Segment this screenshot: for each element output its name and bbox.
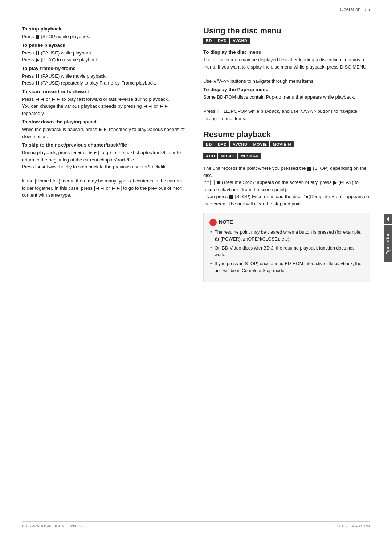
disc-menu-title: Using the disc menu bbox=[203, 26, 370, 36]
section-body-frame: Press (PAUSE) while movie playback. Pres… bbox=[22, 73, 189, 87]
section-body-pause: Press (PAUSE) while playback. Press (PLA… bbox=[22, 49, 189, 63]
play-icon bbox=[36, 58, 39, 62]
badge-movie-n: MOVIE-N bbox=[270, 141, 294, 147]
stop-icon-2 bbox=[307, 167, 311, 171]
display-disc-menu-body: The menu screen may be displayed first a… bbox=[203, 56, 370, 85]
pause-icon-2 bbox=[36, 74, 39, 78]
section-body-stop: Press (STOP) while playback. bbox=[22, 33, 189, 40]
resume-badges-row1: BD DVD AVCHD MOVIE MOVIE-N bbox=[203, 141, 370, 147]
stop-icon-3 bbox=[217, 181, 220, 184]
disc-menu-section: Using the disc menu BD DVD AVCHD To disp… bbox=[203, 26, 370, 122]
content-area: To stop playback Press (STOP) while play… bbox=[0, 15, 392, 293]
side-tab-number: 4 bbox=[384, 214, 392, 224]
pause-icon bbox=[36, 51, 39, 55]
resume-playback-section: Resume playback BD DVD AVCHD MOVIE MOVIE… bbox=[203, 130, 370, 207]
note-title: ! NOTE bbox=[209, 218, 364, 226]
display-popup-menu-section: To display the Pop-up menu Some BD-ROM d… bbox=[203, 87, 370, 122]
section-pause-playback: To pause playback Press (PAUSE) while pl… bbox=[22, 42, 189, 63]
badge-bd: BD bbox=[203, 38, 215, 44]
note-item-2: On BD-Video discs with BD-J, the resume … bbox=[209, 245, 364, 259]
note-icon: ! bbox=[209, 219, 217, 226]
note-label: NOTE bbox=[219, 218, 233, 226]
section-title-skip: To skip to the next/previous chapter/tra… bbox=[22, 142, 189, 148]
section-body-scan: Press ◄◄ or ►► to play fast forward or f… bbox=[22, 96, 189, 117]
stop-icon bbox=[36, 35, 39, 39]
section-frame-by-frame: To play frame-by-frame Press (PAUSE) whi… bbox=[22, 66, 189, 87]
badge-dvd-2: DVD bbox=[215, 141, 229, 147]
page-header: Operation 35 bbox=[0, 0, 392, 15]
resume-badges-row2: ACD MUSIC MUSIC-N bbox=[203, 153, 370, 159]
section-body-slow: While the playback is paused, press ►► r… bbox=[22, 126, 189, 140]
display-disc-menu-title: To display the disc menu bbox=[203, 49, 370, 55]
page-wrapper: Operation 35 To stop playback Press (STO… bbox=[0, 0, 392, 534]
resume-playback-title: Resume playback bbox=[203, 130, 370, 139]
header-page-number: 35 bbox=[365, 7, 370, 12]
section-scan: To scan forward or backward Press ◄◄ or … bbox=[22, 89, 189, 117]
badge-bd-2: BD bbox=[203, 141, 215, 147]
badge-dvd: DVD bbox=[215, 38, 229, 44]
resume-playback-body: The unit records the point where you pre… bbox=[203, 165, 370, 207]
pause-icon-3 bbox=[36, 81, 39, 85]
section-title-frame: To play frame-by-frame bbox=[22, 66, 189, 71]
section-slow-down: To slow down the playing speed While the… bbox=[22, 119, 189, 140]
display-disc-menu-section: To display the disc menu The menu screen… bbox=[203, 49, 370, 85]
note-list: The resume point may be cleared when a b… bbox=[209, 229, 364, 274]
page-footer: BD572-N-BUSALLK-ENG.indd 35 2010.2.1 4:4… bbox=[22, 521, 370, 528]
display-popup-menu-title: To display the Pop-up menu bbox=[203, 87, 370, 92]
section-title-scan: To scan forward or backward bbox=[22, 89, 189, 94]
side-tab-label: Operation bbox=[384, 225, 392, 262]
badge-movie: MOVIE bbox=[250, 141, 269, 147]
note-box: ! NOTE The resume point may be cleared w… bbox=[203, 213, 370, 282]
left-column: To stop playback Press (STOP) while play… bbox=[22, 26, 189, 282]
section-skip: To skip to the next/previous chapter/tra… bbox=[22, 142, 189, 199]
display-popup-menu-body: Some BD-ROM discs contain Pop-up menu th… bbox=[203, 94, 370, 122]
play-icon-2 bbox=[333, 181, 337, 185]
section-title-slow: To slow down the playing speed bbox=[22, 119, 189, 124]
disc-menu-badges: BD DVD AVCHD bbox=[203, 38, 370, 44]
header-section: Operation bbox=[340, 7, 360, 12]
badge-music: MUSIC bbox=[218, 153, 237, 159]
badge-avchd-2: AVCHD bbox=[230, 141, 250, 147]
stop-icon-4 bbox=[229, 195, 233, 199]
footer-right: 2010.2.1 4:43:5 PM bbox=[335, 524, 370, 528]
badge-avchd: AVCHD bbox=[230, 38, 250, 44]
section-title-stop: To stop playback bbox=[22, 26, 189, 32]
note-item-1: The resume point may be cleared when a b… bbox=[209, 229, 364, 243]
section-stop-playback: To stop playback Press (STOP) while play… bbox=[22, 26, 189, 40]
section-title-pause: To pause playback bbox=[22, 42, 189, 48]
section-body-skip: During playback, press |◄◄ or ►►| to go … bbox=[22, 149, 189, 199]
note-item-3: If you press ■ (STOP) once during BD-ROM… bbox=[209, 260, 364, 274]
badge-music-n: MUSIC-N bbox=[238, 153, 261, 159]
footer-left: BD572-N-BUSALLK-ENG.indd 35 bbox=[22, 524, 82, 528]
badge-acd: ACD bbox=[203, 153, 217, 159]
right-column: Using the disc menu BD DVD AVCHD To disp… bbox=[203, 26, 370, 282]
